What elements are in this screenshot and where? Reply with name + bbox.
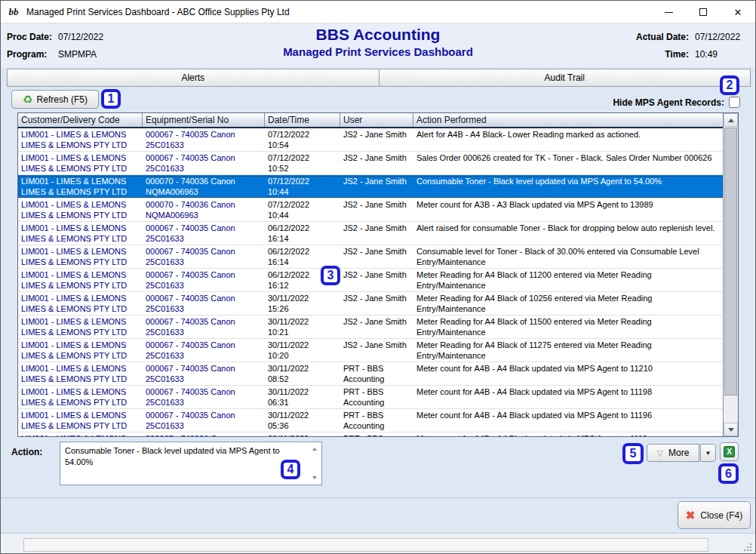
cell-action: Meter Reading for A4 Black of 11500 ente… <box>413 315 724 338</box>
more-triangle-icon: ▽ <box>657 449 663 457</box>
refresh-button[interactable]: ♻ Refresh (F5) <box>11 90 99 109</box>
cell-equipment: 000067 - 740035 Canon25C01633 <box>143 128 265 151</box>
cell-customer: LIM001 - LIMES & LEMONSLIMES & LEMONS PT… <box>18 269 143 291</box>
annotation-badge-2: 2 <box>720 75 739 95</box>
table-row[interactable]: LIM001 - LIMES & LEMONSLIMES & LEMONS PT… <box>18 339 738 362</box>
more-dropdown-button[interactable]: ▼ <box>700 444 716 462</box>
actual-date-value: 07/12/2022 <box>695 32 749 42</box>
cell-equipment: 000067 - 740035 Canon25C01633 <box>143 292 265 315</box>
cell-datetime: 30/11/202210:21 <box>265 315 340 338</box>
scroll-down-button[interactable] <box>724 423 738 436</box>
annotation-badge-6: 6 <box>718 463 739 484</box>
cell-equipment: 000067 - 740035 Canon25C01633 <box>143 269 265 291</box>
column-header-customer: Customer/Delivery Code <box>18 113 143 127</box>
more-button[interactable]: ▽ More <box>647 444 699 462</box>
cell-customer: LIM001 - LIMES & LEMONSLIMES & LEMONS PT… <box>18 152 143 174</box>
refresh-icon: ♻ <box>23 94 32 105</box>
column-header-user: User <box>340 113 413 127</box>
minimize-button[interactable] <box>651 1 686 23</box>
audit-trail-table: Customer/Delivery Code Equipment/Serial … <box>17 112 739 437</box>
excel-icon: X <box>724 446 735 457</box>
cell-action: Meter Reading for A4 Black of 11275 ente… <box>413 339 724 362</box>
cell-action: Meter count for A4B - A4 Black updated v… <box>413 362 724 385</box>
table-row[interactable]: LIM001 - LIMES & LEMONSLIMES & LEMONS PT… <box>18 292 738 315</box>
cell-user: JS2 - Jane Smith <box>340 315 413 338</box>
scroll-up-icon <box>728 118 734 122</box>
cell-customer: LIM001 - LIMES & LEMONSLIMES & LEMONS PT… <box>18 175 143 198</box>
table-row[interactable]: LIM001 - LIMES & LEMONSLIMES & LEMONS PT… <box>18 245 738 269</box>
cell-action: Meter count for A4B - A4 Black updated v… <box>413 409 724 432</box>
cell-equipment: 000067 - 740035 Canon25C01633 <box>143 362 265 385</box>
cell-datetime: 30/11/202206:31 <box>265 386 340 408</box>
cell-user: JS2 - Jane Smith <box>340 269 413 291</box>
table-row[interactable]: LIM001 - LIMES & LEMONS000067 - 740036 C… <box>18 432 738 436</box>
table-row[interactable]: LIM001 - LIMES & LEMONSLIMES & LEMONS PT… <box>18 222 738 245</box>
cell-datetime: 07/12/202210:44 <box>265 175 340 198</box>
table-scrollbar[interactable] <box>723 113 738 436</box>
scrollbar-thumb[interactable] <box>724 128 737 395</box>
action-scroll-down-icon <box>312 476 317 479</box>
cell-customer: LIM001 - LIMES & LEMONSLIMES & LEMONS PT… <box>18 409 143 432</box>
table-row[interactable]: LIM001 - LIMES & LEMONSLIMES & LEMONS PT… <box>18 152 738 175</box>
table-row[interactable]: LIM001 - LIMES & LEMONSLIMES & LEMONS PT… <box>18 409 738 432</box>
table-row[interactable]: LIM001 - LIMES & LEMONSLIMES & LEMONS PT… <box>18 386 738 409</box>
tab-alerts[interactable]: Alerts <box>7 69 380 87</box>
cell-equipment: 000067 - 740035 Canon25C01633 <box>143 222 265 245</box>
action-scroll-down[interactable] <box>309 472 320 483</box>
cell-equipment: 000067 - 740035 Canon25C01633 <box>143 409 265 432</box>
status-bar <box>1 533 755 554</box>
annotation-badge-3: 3 <box>321 266 340 285</box>
cell-equipment: 000070 - 740036 CanonNQMA006963 <box>143 199 265 221</box>
annotation-badge-1: 1 <box>101 89 121 109</box>
cell-datetime: 30/11/202210:20 <box>265 339 340 362</box>
cell-datetime: 07/12/202210:54 <box>265 128 340 151</box>
maximize-icon <box>699 8 707 16</box>
cell-equipment: 000067 - 740035 Canon25C01633 <box>143 339 265 362</box>
hide-mps-checkbox[interactable] <box>729 97 740 108</box>
table-row[interactable]: LIM001 - LIMES & LEMONSLIMES & LEMONS PT… <box>18 128 738 152</box>
cell-action: Meter count for A4B - A4 Black updated v… <box>413 432 724 436</box>
refresh-button-label: Refresh (F5) <box>37 94 88 105</box>
minimize-icon <box>665 12 673 13</box>
actual-date-label: Actual Date: <box>628 32 689 42</box>
column-header-action: Action Performed <box>413 113 724 127</box>
dropdown-arrow-icon: ▼ <box>705 450 711 457</box>
cell-customer: LIM001 - LIMES & LEMONSLIMES & LEMONS PT… <box>18 315 143 338</box>
action-text: Consumable Toner - Black level updated v… <box>65 446 280 466</box>
table-row[interactable]: LIM001 - LIMES & LEMONSLIMES & LEMONS PT… <box>18 362 738 386</box>
table-row[interactable]: LIM001 - LIMES & LEMONSLIMES & LEMONS PT… <box>18 315 738 339</box>
export-excel-button[interactable]: X <box>720 442 739 461</box>
table-row[interactable]: LIM001 - LIMES & LEMONSLIMES & LEMONS PT… <box>18 269 738 292</box>
close-window-button[interactable]: ✕ <box>721 1 755 23</box>
audit-table-body: LIM001 - LIMES & LEMONSLIMES & LEMONS PT… <box>18 128 738 436</box>
action-scroll-up[interactable] <box>309 444 320 454</box>
time-value: 10:49 <box>695 49 749 60</box>
cell-datetime: 07/12/202210:44 <box>265 199 340 221</box>
cell-user: JS2 - Jane Smith <box>340 199 413 221</box>
close-button[interactable]: ✖ Close (F4) <box>678 501 751 529</box>
cell-equipment: 000067 - 740035 Canon25C01633 <box>143 386 265 408</box>
cell-user: JS2 - Jane Smith <box>340 128 413 151</box>
cell-customer: LIM001 - LIMES & LEMONSLIMES & LEMONS PT… <box>18 245 143 268</box>
proc-date-value: 07/12/2022 <box>58 32 103 42</box>
cell-action: Meter count for A4B - A4 Black updated v… <box>413 386 724 408</box>
bottom-divider <box>1 497 755 498</box>
cell-user: JS2 - Jane Smith <box>340 175 413 198</box>
cell-datetime: 06/12/202216:14 <box>265 245 340 268</box>
action-scroll-up-icon <box>312 448 317 451</box>
cell-customer: LIM001 - LIMES & LEMONSLIMES & LEMONS PT… <box>18 386 143 408</box>
action-label: Action: <box>11 447 42 457</box>
cell-customer: LIM001 - LIMES & LEMONSLIMES & LEMONS PT… <box>18 222 143 245</box>
cell-user: PRT - BBS <box>340 432 413 436</box>
table-row[interactable]: LIM001 - LIMES & LEMONSLIMES & LEMONS PT… <box>18 199 738 222</box>
close-window-icon: ✕ <box>734 8 742 17</box>
titlebar[interactable]: bb Managed Print Services Dashboard - AB… <box>1 1 755 23</box>
program-value: SMPMPA <box>58 49 97 60</box>
cell-user: JS2 - Jane Smith <box>340 292 413 315</box>
tab-audit-trail[interactable]: Audit Trail <box>380 69 751 87</box>
column-header-datetime: Date/Time <box>265 113 340 127</box>
table-row[interactable]: LIM001 - LIMES & LEMONSLIMES & LEMONS PT… <box>18 175 738 199</box>
scroll-up-button[interactable] <box>724 113 738 127</box>
maximize-button[interactable] <box>686 1 721 23</box>
resize-grip[interactable] <box>750 549 751 551</box>
